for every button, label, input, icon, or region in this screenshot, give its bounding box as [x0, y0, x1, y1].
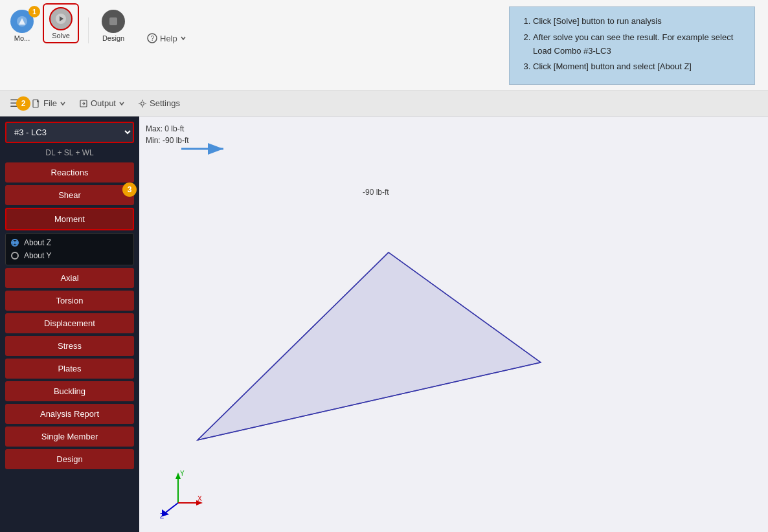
output-label: Output	[91, 98, 116, 108]
output-icon	[79, 99, 88, 108]
solve-icon	[49, 7, 73, 30]
torsion-button[interactable]: Torsion	[5, 291, 134, 311]
axis-indicator-svg: Y X Z	[159, 467, 210, 519]
file-icon	[32, 99, 41, 108]
instruction-item-1: Click [Solve] button to run analysis	[533, 15, 744, 28]
help-icon: ?	[147, 33, 157, 43]
sidebar: #3 - LC3 #1 - LC1 #2 - LC2 DL + SL + WL …	[0, 116, 139, 532]
instruction-box: Click [Solve] button to run analysis Aft…	[509, 6, 755, 85]
solve-button-wrap: Solve	[43, 3, 79, 43]
instruction-item-3: Click [Moment] button and select [About …	[533, 60, 744, 74]
badge-3: 3	[122, 183, 137, 197]
badge-2: 2	[16, 96, 30, 111]
plates-button[interactable]: Plates	[5, 359, 134, 379]
analysis-report-button[interactable]: Analysis Report	[5, 404, 134, 424]
displacement-button[interactable]: Displacement	[5, 313, 134, 333]
load-combo-select[interactable]: #3 - LC3 #1 - LC1 #2 - LC2	[5, 122, 134, 143]
solve-button[interactable]: Solve	[45, 6, 76, 41]
instruction-item-2: After solve you can see the result. For …	[533, 31, 744, 58]
design-label: Design	[102, 34, 124, 42]
divider	[88, 17, 89, 43]
about-y-radio[interactable]	[11, 252, 19, 260]
badge-1: 1	[28, 6, 40, 17]
x-axis-label: X	[198, 495, 202, 502]
help-button[interactable]: ? Help	[147, 33, 186, 43]
svg-marker-10	[198, 252, 541, 440]
arrow-indicator	[178, 136, 230, 164]
about-y-label: About Y	[24, 251, 51, 260]
y-axis-label: Y	[180, 470, 185, 477]
about-z-option[interactable]: About Z	[11, 236, 128, 249]
about-z-label: About Z	[24, 238, 51, 247]
svg-point-7	[141, 102, 144, 105]
design-icon	[102, 10, 125, 33]
file-chevron-icon	[60, 100, 66, 107]
settings-menu[interactable]: Settings	[138, 98, 180, 108]
combo-wrap: #3 - LC3 #1 - LC1 #2 - LC2	[5, 122, 134, 144]
help-chevron-icon	[180, 35, 186, 41]
shear-wrap: Shear 3	[5, 185, 134, 205]
axial-button[interactable]: Axial	[5, 268, 134, 288]
settings-icon	[138, 99, 147, 108]
second-bar: ☰ 2 File Output Settings	[0, 91, 768, 116]
viewport: Max: 0 lb-ft Min: -90 lb-ft -90 lb-ft	[139, 116, 768, 532]
moment-suboptions: About Z About Y	[5, 233, 134, 265]
settings-label: Settings	[150, 98, 180, 108]
shear-button[interactable]: Shear	[5, 185, 134, 205]
about-y-option[interactable]: About Y	[11, 249, 128, 262]
design-button[interactable]: Design	[98, 8, 129, 43]
stress-button[interactable]: Stress	[5, 336, 134, 356]
arrow-svg	[178, 136, 230, 162]
svg-text:?: ?	[151, 35, 155, 42]
design-sidebar-button[interactable]: Design	[5, 449, 134, 469]
moment-button[interactable]: Moment	[5, 208, 134, 230]
help-label: Help	[160, 34, 177, 43]
combo-label: DL + SL + WL	[5, 147, 134, 160]
output-menu[interactable]: Output	[79, 98, 125, 108]
moment-diagram-svg	[159, 168, 560, 492]
z-axis-label: Z	[160, 513, 164, 519]
svg-rect-2	[109, 17, 117, 25]
file-menu[interactable]: File	[32, 98, 66, 108]
reactions-button[interactable]: Reactions	[5, 162, 134, 183]
instruction-list: Click [Solve] button to run analysis Aft…	[520, 15, 744, 74]
main-area: #3 - LC3 #1 - LC1 #2 - LC2 DL + SL + WL …	[0, 116, 768, 532]
max-label: Max: 0 lb-ft	[146, 123, 189, 135]
model-button-wrap: Mo... 1	[6, 8, 38, 43]
output-chevron-icon	[119, 100, 125, 107]
file-label: File	[43, 98, 57, 108]
single-member-button[interactable]: Single Member	[5, 427, 134, 447]
second-bar-menu: File Output Settings	[32, 98, 180, 108]
model-label: Mo...	[14, 34, 30, 42]
svg-line-18	[164, 503, 178, 514]
solve-label: Solve	[52, 32, 70, 39]
about-z-radio[interactable]	[11, 239, 19, 247]
buckling-button[interactable]: Buckling	[5, 381, 134, 401]
